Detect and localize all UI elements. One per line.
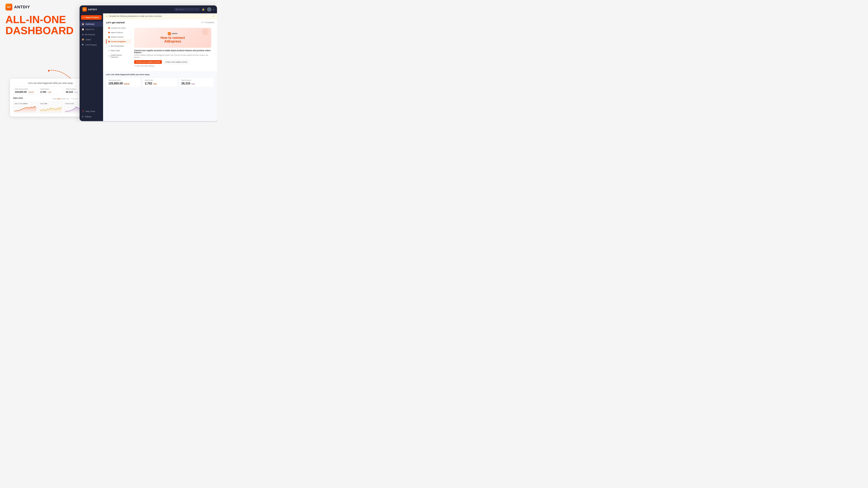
small-stat-orders: Total Orders 2,782 +188 [39, 87, 63, 95]
home-icon: 🏠 [82, 23, 84, 25]
svg-point-2 [204, 30, 207, 33]
mini-chart-orders: Orders 188 [38, 102, 63, 113]
step-dot-connect-suppliers [108, 41, 110, 42]
tutorial-brand-icon: AD [168, 32, 171, 35]
gs-steps: Connect Your Store Import Products Publi… [106, 26, 214, 69]
mini-chart-sales: Sales (USD) 238.05 [13, 102, 37, 113]
stat-value-products: 26,310 +112 [181, 82, 212, 85]
small-stat-sales: Total Sales (USD) 129,850.00 +238.05 [13, 87, 37, 95]
small-dashboard-preview: Let's see what happened while you were a… [10, 78, 91, 117]
tutorial-brand-name: ANTDIY [172, 33, 178, 35]
tutorial-card: AD ANTDIY How to connect AliExpress [131, 26, 214, 69]
create-supplier-button[interactable]: Create a new supplier account [163, 60, 189, 64]
gs-step-import-products[interactable]: Import Products [106, 30, 131, 35]
brand-name: ANTDIY [14, 5, 30, 9]
tutorial-desc: Connect your supplier accounts to enable… [134, 50, 211, 54]
sidebar-item-find-products[interactable]: 🔍 Find Products [80, 42, 103, 47]
notice-bar: ● Complete the following preparations to… [103, 13, 217, 19]
step-dot-import-products [108, 32, 110, 33]
stats-section: Let's see what happened while you were a… [103, 71, 217, 87]
import-list-icon: 📋 [82, 28, 84, 31]
small-chart-area: Sales chart Today Week Month Year 2020-0… [13, 97, 88, 113]
search-bar[interactable]: ⊘ Search... [174, 8, 199, 11]
headline: ALL-IN-ONE DASHBOARD [5, 14, 81, 36]
topbar: AD ANTDIY ⊘ Search... 🔔 👤 ▾ [80, 5, 217, 13]
dash-body: + + Import Product 🏠 Dashboard 📋 Import … [80, 13, 217, 121]
stat-card-orders: Total Orders 2,782 +188 [143, 77, 178, 87]
decorative-circle [202, 29, 209, 35]
plus-icon: + [83, 17, 84, 19]
mini-charts: Sales (USD) 238.05 Orders 188 [13, 102, 88, 113]
stat-card-sales: Total Sales (USD) 129,850.00 +238.05 [106, 77, 141, 87]
user-menu-arrow[interactable]: ▾ [213, 8, 214, 10]
gs-title: Let's get started! [106, 21, 125, 24]
notice-dot-icon: ● [106, 15, 107, 18]
products-icon: 🛍 [82, 33, 84, 36]
gs-step-place-order[interactable]: Place Order [106, 48, 131, 53]
tutorial-preview: AD ANTDIY How to connect AliExpress [134, 28, 211, 48]
notice-close-button[interactable]: ✕ [213, 15, 214, 17]
orders-icon: 📦 [82, 38, 84, 41]
sidebar-item-import-list[interactable]: 📋 Import List [80, 27, 103, 32]
small-dash-title: Let's see what happened while you were a… [13, 82, 88, 85]
step-dot-place-order [108, 50, 110, 51]
main-dashboard: AD ANTDIY ⊘ Search... 🔔 👤 ▾ + + Import P… [80, 5, 217, 121]
gs-progress: 4 / 7 Completed [201, 22, 214, 24]
gs-header: Let's get started! 4 / 7 Completed [106, 21, 214, 24]
brand-logo: AD ANTDIY [5, 4, 81, 10]
sidebar-item-my-products[interactable]: 🛍 My Products [80, 32, 103, 37]
tutorial-brand-row: AD ANTDIY [161, 32, 185, 35]
reload-icon: ↺ [134, 65, 135, 67]
stats-section-title: Let's see what happened while you were a… [106, 73, 214, 75]
stat-value-orders: 2,782 +188 [145, 82, 175, 85]
dash-brand: AD ANTDIY [83, 7, 97, 11]
sidebar: + + Import Product 🏠 Dashboard 📋 Import … [80, 13, 103, 121]
stat-card-products: Total Products 26,310 +112 [179, 77, 214, 87]
tutorial-heading: How to connect AliExpress [161, 36, 185, 43]
step-dot-pricing-rules [108, 45, 110, 47]
main-content: ● Complete the following preparations to… [103, 13, 217, 121]
gs-steps-list: Connect Your Store Import Products Publi… [106, 26, 131, 69]
gs-step-chrome-extension[interactable]: Install Chrome Extension [106, 53, 131, 59]
help-icon: ❓ [82, 110, 84, 112]
sidebar-item-help[interactable]: ❓ Help Center [80, 109, 103, 114]
search-placeholder: Search... [178, 8, 185, 10]
gs-step-publish-products[interactable]: Publish Products [106, 35, 131, 39]
import-product-button[interactable]: + + Import Product [81, 15, 102, 20]
stats-row: Total Sales (USD) 129,850.00 +238.05 Tot… [106, 77, 214, 87]
step-dot-publish-products [108, 36, 110, 38]
tutorial-subdesc: ANTDIY supports AliExpress and Banggood … [134, 54, 211, 59]
stat-value-sales: 129,850.00 +238.05 [108, 82, 139, 85]
gs-step-connect-suppliers[interactable]: Connect Suppliers [106, 39, 131, 44]
learn-more-link[interactable]: ↺ Learn more about Settings [134, 65, 211, 67]
sidebar-item-dashboard[interactable]: 🏠 Dashboard [80, 22, 103, 27]
notification-button[interactable]: 🔔 [201, 7, 205, 11]
tutorial-buttons: Connect your supplier account Create a n… [134, 60, 211, 64]
gs-step-pricing-rules[interactable]: Set Pricing Rules [106, 44, 131, 48]
sidebar-item-orders[interactable]: 📦 Orders [80, 37, 103, 42]
brand-icon: AD [5, 4, 12, 10]
sidebar-item-settings[interactable]: ⚙ Settings [80, 114, 103, 119]
getting-started-section: Let's get started! 4 / 7 Completed Conne… [103, 19, 217, 71]
small-stats-row: Total Sales (USD) 129,850.00 +238.05 Tot… [13, 87, 88, 95]
user-avatar[interactable]: 👤 [207, 7, 211, 11]
step-dot-chrome-extension [108, 55, 110, 57]
step-dot-connect-store [108, 27, 110, 29]
notice-text: Complete the following preparations to m… [109, 15, 162, 17]
gs-step-connect-store[interactable]: Connect Your Store [106, 26, 131, 30]
connect-supplier-button[interactable]: Connect your supplier account [134, 60, 162, 64]
dash-brand-icon: AD [83, 7, 87, 11]
search-icon: ⊘ [176, 8, 177, 10]
tutorial-preview-inner: AD ANTDIY How to connect AliExpress [161, 32, 185, 43]
settings-icon: ⚙ [82, 116, 84, 118]
search-nav-icon: 🔍 [82, 44, 84, 46]
dash-brand-text: ANTDIY [88, 8, 97, 11]
